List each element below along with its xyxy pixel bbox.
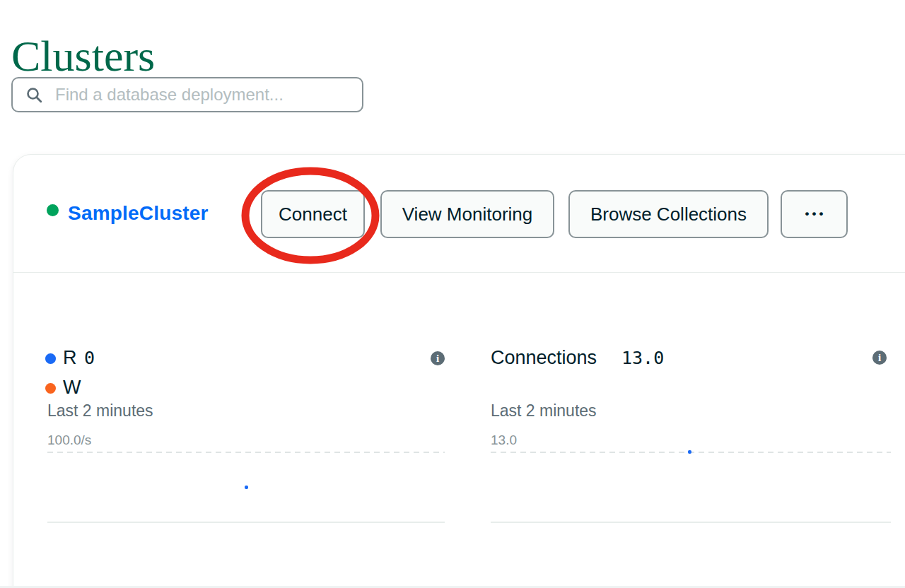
connections-value: 13.0 — [621, 348, 664, 369]
connections-axis-max-label: 13.0 — [491, 432, 517, 449]
read-write-data-point — [245, 486, 248, 489]
read-write-window-label: Last 2 minutes — [47, 401, 153, 421]
read-write-axis-max-label: 100.0/s — [47, 432, 91, 449]
browse-collections-button[interactable]: Browse Collections — [568, 190, 769, 238]
read-write-info-icon[interactable]: i — [431, 351, 445, 365]
more-options-button[interactable]: ••• — [781, 190, 848, 238]
search-icon — [25, 86, 43, 104]
connections-data-point — [688, 450, 691, 454]
write-legend-label: W — [63, 377, 81, 398]
cluster-card: SampleCluster Connect View Monitoring Br… — [13, 154, 905, 588]
page-title: Clusters — [11, 31, 155, 81]
read-write-gridline — [47, 452, 445, 453]
connections-title: Connections — [491, 347, 597, 368]
card-header-divider — [13, 272, 905, 273]
read-legend-value: 0 — [84, 348, 95, 369]
read-write-baseline — [47, 522, 445, 523]
cluster-status-dot — [47, 204, 59, 216]
connections-window-label: Last 2 minutes — [491, 401, 597, 421]
search-box[interactable] — [11, 77, 363, 112]
connect-button[interactable]: Connect — [261, 190, 365, 238]
search-input[interactable] — [54, 84, 352, 105]
cluster-name-link[interactable]: SampleCluster — [68, 201, 209, 225]
connections-info-icon[interactable]: i — [872, 351, 887, 365]
read-legend-label: R — [63, 347, 77, 368]
view-monitoring-button[interactable]: View Monitoring — [380, 190, 554, 238]
write-legend-dot — [45, 383, 56, 394]
connections-baseline — [491, 522, 891, 523]
read-legend-dot — [45, 353, 56, 364]
